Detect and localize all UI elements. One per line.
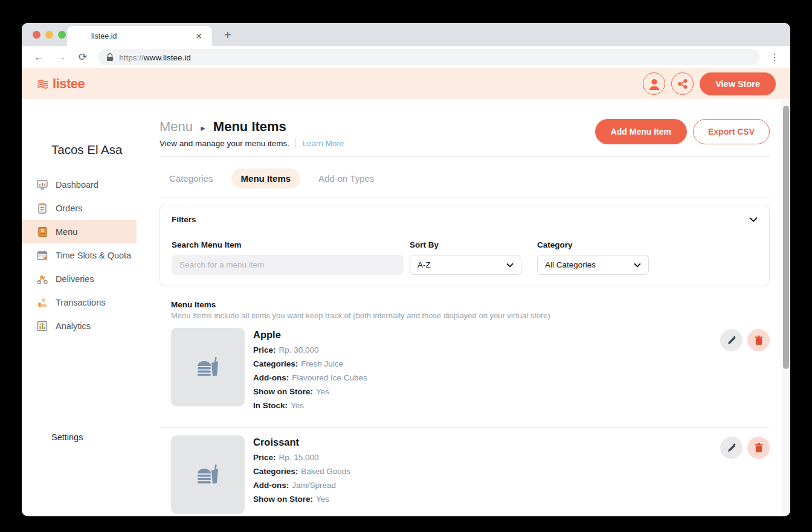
edit-item-button[interactable] — [720, 437, 743, 459]
sort-by-label: Sort By — [410, 240, 521, 249]
browser-tab[interactable]: listee.id ✕ — [67, 26, 212, 46]
divider — [160, 427, 770, 428]
browser-toolbar: ← → ⟳ https://www.listee.id ⋮ — [22, 46, 790, 68]
new-tab-button[interactable]: + — [221, 28, 235, 42]
tab-title: listee.id — [91, 32, 193, 40]
row-label: Price: — [253, 453, 276, 462]
layers-icon — [36, 77, 50, 91]
item-image-placeholder — [171, 435, 245, 514]
sidebar-item-transactions[interactable]: Transactions — [22, 290, 137, 314]
subtitle-divider — [295, 138, 296, 148]
listee-logo[interactable]: listee — [36, 76, 85, 92]
row-value: Rp. 15,000 — [279, 453, 319, 462]
filters-panel: Filters Search Menu Item Sort By A-Z — [160, 205, 770, 286]
address-bar[interactable]: https://www.listee.id — [98, 49, 760, 65]
row-label: Show on Store: — [253, 387, 313, 396]
row-value: Yes — [316, 495, 329, 504]
calendar-icon — [36, 249, 48, 261]
sidebar-item-label: Transactions — [56, 298, 105, 307]
filters-title: Filters — [172, 215, 196, 224]
app-header: listee View Store — [22, 68, 790, 99]
browser-menu-icon[interactable]: ⋮ — [766, 51, 783, 63]
chevron-down-icon[interactable] — [749, 217, 758, 222]
menu-book-icon — [36, 226, 48, 238]
row-label: Price: — [253, 345, 276, 354]
orders-icon — [36, 202, 48, 214]
sidebar-item-label: Deliveries — [56, 274, 94, 284]
add-menu-item-button[interactable]: Add Menu Item — [595, 119, 687, 144]
row-value: Baked Goods — [301, 467, 350, 476]
tab-addon-types[interactable]: Add-on Types — [309, 168, 384, 188]
maximize-window-button[interactable] — [58, 31, 66, 39]
delete-item-button[interactable] — [747, 329, 770, 351]
browser-window: listee.id ✕ + ← → ⟳ https://www.listee.i… — [22, 23, 790, 516]
sidebar-item-time-slots[interactable]: Time Slots & Quota — [22, 243, 137, 267]
sidebar-item-dashboard[interactable]: Dashboard — [22, 173, 137, 196]
sort-by-select[interactable]: A-Z — [410, 255, 521, 275]
sort-by-value: A-Z — [417, 260, 431, 269]
row-label: Categories: — [253, 359, 298, 368]
category-select[interactable]: All Categories — [537, 255, 649, 275]
row-value: Fresh Juice — [301, 359, 343, 368]
delete-item-button[interactable] — [747, 437, 770, 459]
url-host: www.listee.id — [144, 53, 191, 62]
forward-icon[interactable]: → — [51, 50, 71, 65]
page-title: Menu Items — [213, 119, 286, 134]
food-placeholder-icon — [193, 353, 223, 381]
list-heading: Menu Items — [171, 300, 770, 309]
sidebar-item-deliveries[interactable]: Deliveries — [22, 267, 137, 290]
breadcrumb: Menu ▸ Menu Items — [160, 119, 344, 135]
analytics-icon — [36, 320, 48, 332]
search-menu-item-input[interactable] — [172, 255, 404, 275]
item-name: Apple — [253, 329, 367, 341]
chevron-down-icon — [634, 263, 641, 268]
view-store-button[interactable]: View Store — [700, 72, 776, 95]
minimize-window-button[interactable] — [45, 31, 53, 39]
share-icon — [677, 79, 688, 89]
row-label: Show on Store: — [253, 495, 313, 504]
row-value: Jam/Spread — [292, 481, 336, 490]
url-protocol: https:// — [119, 53, 144, 62]
close-tab-icon[interactable]: ✕ — [193, 30, 205, 42]
close-window-button[interactable] — [33, 31, 40, 39]
pencil-icon — [727, 336, 736, 345]
learn-more-link[interactable]: Learn More — [302, 139, 344, 148]
tab-menu-items[interactable]: Menu Items — [231, 168, 301, 188]
edit-item-button[interactable] — [720, 329, 743, 351]
url-text: https://www.listee.id — [119, 52, 191, 63]
back-icon[interactable]: ← — [29, 50, 49, 65]
sidebar-item-label: Orders — [56, 204, 82, 213]
window-controls — [33, 31, 66, 39]
breadcrumb-parent[interactable]: Menu — [160, 119, 193, 134]
item-image-placeholder — [171, 328, 245, 406]
transactions-icon — [36, 296, 48, 309]
profile-button[interactable] — [643, 72, 665, 95]
store-name: Tacos El Asa — [22, 143, 160, 157]
trash-icon — [754, 335, 764, 345]
sidebar-item-analytics[interactable]: Analytics — [22, 314, 137, 338]
browser-tab-bar: listee.id ✕ + — [22, 23, 790, 46]
sidebar-item-menu[interactable]: Menu — [22, 220, 137, 243]
search-label: Search Menu Item — [172, 240, 404, 249]
person-icon — [646, 76, 662, 92]
export-csv-button[interactable]: Export CSV — [693, 119, 770, 144]
breadcrumb-arrow-icon: ▸ — [201, 123, 205, 133]
scrollbar-thumb[interactable] — [783, 106, 789, 369]
scrollbar-track[interactable] — [782, 98, 790, 516]
sidebar-item-settings[interactable]: Settings — [22, 432, 160, 442]
reload-icon[interactable]: ⟳ — [74, 50, 92, 65]
category-value: All Categories — [545, 260, 596, 269]
scooter-icon — [36, 273, 48, 285]
tab-categories[interactable]: Categories — [160, 168, 223, 188]
page-subtitle: View and manage your menu items. — [160, 139, 289, 148]
sidebar-item-orders[interactable]: Orders — [22, 196, 137, 220]
trash-icon — [754, 443, 764, 453]
menu-item-croissant: Croissant Price:Rp. 15,000 Categories:Ba… — [160, 435, 770, 514]
row-label: In Stock: — [253, 401, 288, 410]
row-label: Categories: — [253, 467, 298, 476]
row-value: Yes — [291, 401, 304, 410]
item-name: Croissant — [253, 437, 350, 448]
share-button[interactable] — [671, 72, 694, 95]
menu-item-apple: Apple Price:Rp. 30,000 Categories:Fresh … — [160, 328, 770, 410]
row-value: Flavoured Ice Cubes — [292, 373, 367, 382]
